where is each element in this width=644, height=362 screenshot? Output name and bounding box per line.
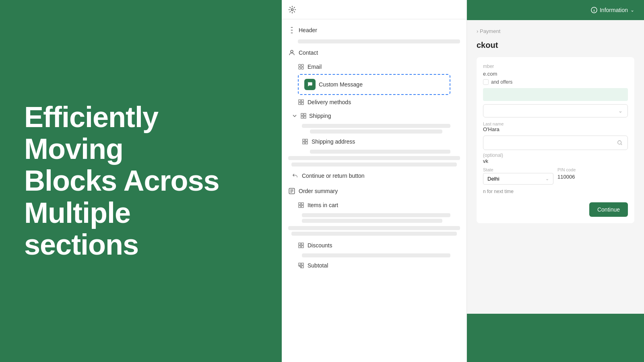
state-field: State Delhi ⌄ [483,167,553,185]
header-section: Header [282,23,466,43]
svg-rect-4 [299,67,301,69]
info-bar: Information ⌄ [467,0,644,20]
address-search-row [483,136,628,150]
editor-sidebar: Header Contact Email [282,0,467,362]
email-section-form: mber e.com and offers ⌄ Last name O'Hara [477,57,634,223]
shipping-address-placeholder [310,150,450,154]
header-label: Header [299,27,317,33]
info-label: Information [600,7,628,13]
corner-bracket-icon-subtotal [298,262,304,269]
hero-text: Efficiently Moving Blocks Across Multipl… [24,101,219,261]
gear-icon[interactable] [288,6,296,14]
custom-message-app-icon [304,79,316,90]
discounts-item[interactable]: Discounts [282,239,466,252]
corner-bracket-icon-shipping [300,113,307,119]
address-search-input[interactable] [483,136,628,150]
contact-group: Contact Email Custom Mess [282,45,466,183]
breadcrumb-separator: › [477,28,478,34]
checkout-title: ckout [477,41,634,50]
items-in-cart-item[interactable]: Items in cart [282,199,466,212]
custom-message-label: Custom Message [319,81,363,88]
shipping-section: Shipping Shipping address [282,109,466,154]
search-icon [617,140,623,146]
checkout-inner: › Payment ckout mber e.com and offers ⌄ [467,20,644,314]
list-icon [288,187,295,195]
last-name-field: Last name O'Hara [483,121,628,132]
select-chevron: ⌄ [618,108,623,114]
city-value: vk [483,158,628,164]
last-name-label: Last name [483,121,628,126]
last-name-value: O'Hara [483,126,628,132]
return-icon [291,172,299,179]
left-hero-panel: Efficiently Moving Blocks Across Multipl… [0,0,282,362]
svg-rect-2 [299,64,301,66]
drag-icon [288,27,295,34]
header-placeholder-bar [298,39,460,43]
save-info-text: n for next time [483,189,514,194]
cart-placeholder-1 [302,213,450,217]
state-label: State [483,167,553,172]
shipping-placeholder-2 [310,130,442,134]
svg-point-0 [291,8,293,10]
svg-point-8 [618,141,621,144]
continue-return-item[interactable]: Continue or return button [282,168,466,183]
discounts-placeholder [302,253,450,257]
editor-topbar [282,0,466,19]
checkout-breadcrumb: › Payment [477,28,634,34]
shipping-label: Shipping [309,113,331,119]
pin-value: 110006 [557,174,628,180]
state-chevron: ⌄ [545,176,549,181]
info-chevron: ⌄ [630,7,634,13]
corner-bracket-icon-discounts [298,242,304,249]
email-section-item[interactable]: Email [282,60,466,73]
cart-placeholder-4 [291,232,457,236]
subtotal-item[interactable]: Subtotal [282,259,466,272]
svg-rect-5 [301,64,303,66]
delivery-methods-item[interactable]: Delivery methods [282,96,466,109]
checkout-preview-panel: Information ⌄ › Payment ckout mber e.com… [467,0,644,362]
shipping-address-label: Shipping address [312,138,355,145]
state-pin-row: State Delhi ⌄ PIN code 110006 [483,167,628,185]
shipping-address-item[interactable]: Shipping address [282,135,466,148]
corner-bracket-icon-delivery [298,99,304,105]
continue-return-label: Continue or return button [302,173,365,179]
corner-bracket-icon [298,64,304,70]
corner-bracket-icon-cart [298,202,304,208]
breadcrumb-payment: › Payment [477,28,500,34]
continue-btn-container: Continue [483,199,628,217]
save-info-row: n for next time [483,189,628,194]
state-value: Delhi [487,176,500,182]
svg-rect-3 [301,67,303,69]
header-section-header[interactable]: Header [282,23,466,38]
optional-label: (optional) [483,152,628,158]
continue-button[interactable]: Continue [589,202,628,217]
order-summary-header[interactable]: Order summary [282,183,466,199]
chevron-down-icon [291,113,298,119]
corner-bracket-icon-address [302,138,308,145]
subtotal-label: Subtotal [308,262,328,269]
cart-placeholder-2 [302,219,442,223]
last-name-row: Last name O'Hara [483,121,628,132]
shipping-placeholder-1 [302,124,450,128]
custom-message-popup[interactable]: Custom Message [298,74,450,95]
svg-point-1 [291,50,293,53]
country-select[interactable]: ⌄ [483,104,628,117]
order-summary-label: Order summary [299,188,338,194]
delivery-methods-label: Delivery methods [308,99,351,105]
email-number-label: mber [483,64,494,69]
section-list: Header Contact Email [282,19,466,362]
section-placeholder-bar-1 [288,156,460,160]
offers-text: and offers [491,79,512,85]
pin-field: PIN code 110006 [557,167,628,185]
email-value-display: e.com [483,71,628,77]
shipping-header[interactable]: Shipping [282,109,466,122]
green-highlight-area [483,88,628,101]
offers-checkbox[interactable] [483,79,489,85]
discounts-label: Discounts [308,242,332,249]
contact-label: Contact [299,49,318,56]
person-icon [288,49,295,56]
state-select[interactable]: Delhi ⌄ [483,173,553,185]
pin-label: PIN code [557,167,628,172]
green-bottom-strip [467,314,644,362]
contact-section-header[interactable]: Contact [282,45,466,60]
